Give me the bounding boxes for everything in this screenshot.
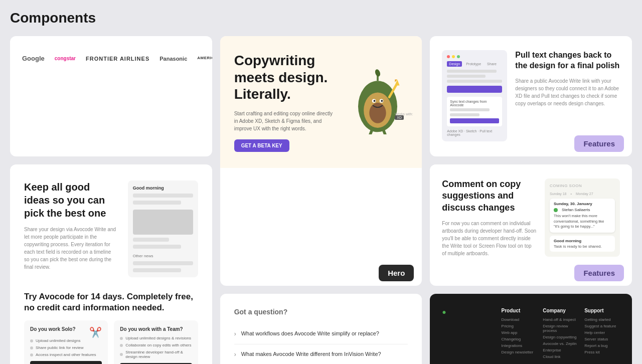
team-feature-2: Collaborate on copy edits with others bbox=[120, 343, 192, 347]
svg-point-2 bbox=[370, 103, 386, 123]
footer-card: ● Product Download Pricing Web app Chang… bbox=[430, 294, 632, 364]
chat-message: This won't make this more conversational… bbox=[554, 214, 611, 230]
faq-item-2[interactable]: › What makes Avocode Write different fro… bbox=[234, 344, 408, 364]
google-logo: Google bbox=[22, 55, 45, 62]
congstar-logo: congstar bbox=[55, 56, 76, 61]
features-tr-mockup: Design Prototype Share Sync text changes… bbox=[442, 50, 507, 141]
footer-link-newsletter[interactable]: Design newsletter bbox=[502, 350, 537, 354]
coming-soon-label: COMING SOON bbox=[550, 184, 615, 188]
svg-line-10 bbox=[370, 130, 372, 134]
works-with-label: Works with: XD bbox=[395, 112, 413, 119]
features-tr-card: Design Prototype Share Sync text changes… bbox=[430, 36, 632, 156]
footer-company-title: Company bbox=[543, 308, 578, 313]
footer-link-bug[interactable]: Report a bug bbox=[584, 343, 620, 348]
team-plan-title: Do you work with a Team? bbox=[120, 326, 192, 332]
footer-link-cloudlink[interactable]: Cloud link bbox=[543, 354, 578, 359]
team-feature-1: Upload unlimited designs & revisions bbox=[120, 336, 192, 340]
footer-link-integrations[interactable]: Integrations bbox=[502, 343, 537, 348]
footer-link-pricing[interactable]: Pricing bbox=[502, 324, 537, 328]
footer-link-press[interactable]: Press kit bbox=[584, 350, 620, 354]
team-plan: Do you work with a Team? Upload unlimite… bbox=[114, 320, 198, 364]
faq-item-1[interactable]: › What workflows does Avocode Write simp… bbox=[234, 324, 408, 344]
footer-link-server[interactable]: Server status bbox=[584, 337, 620, 341]
features-tr-heading: Pull text changes back to the design for… bbox=[515, 50, 620, 71]
footer-link-copywriting[interactable]: Design copywriting bbox=[543, 335, 578, 339]
footer-link-handoff[interactable]: Hand-off & inspect bbox=[543, 317, 578, 322]
chat-from: Stefan Sallaerts bbox=[562, 208, 590, 212]
solo-plan-button[interactable]: TRY SOLO PLAN bbox=[30, 361, 102, 364]
hero-card: Copywriting meets design. Literally. Sta… bbox=[220, 36, 422, 286]
features-tl-body: Share your design via Avocode Write and … bbox=[24, 226, 118, 271]
features-tl-card: Keep all good ideas so you can pick the … bbox=[10, 164, 212, 364]
solo-feature-3: Access inspect and other features bbox=[30, 352, 102, 357]
features-mr-mockup: COMING SOON Sunday 18•Monday 27 Sunday, … bbox=[545, 178, 620, 257]
solo-plan-title: Do you work Solo? bbox=[30, 326, 76, 332]
american-eagle-logo: AMERICAN EAGLE bbox=[197, 56, 212, 61]
hero-heading: Copywriting meets design. Literally. bbox=[234, 52, 338, 103]
hero-cta-button[interactable]: GET A BETA KEY bbox=[234, 139, 289, 152]
features-mr-heading: Comment on copy suggestions and discuss … bbox=[442, 178, 537, 214]
footer-link-helpcenter[interactable]: Help center bbox=[584, 330, 620, 335]
footer-link-suggest[interactable]: Suggest a feature bbox=[584, 324, 620, 328]
solo-plan: Do you work Solo? ✂️ Upload unlimited de… bbox=[24, 320, 108, 364]
footer-product-title: Product bbox=[502, 308, 537, 313]
panasonic-logo: Panasonic bbox=[159, 56, 187, 62]
footer-link-changelog[interactable]: Changelog bbox=[502, 337, 537, 341]
page-title: Components bbox=[10, 10, 632, 26]
pricing-heading: Try Avocode for 14 days. Completely free… bbox=[24, 291, 198, 313]
features-mr-card: Comment on copy suggestions and discuss … bbox=[430, 164, 632, 286]
svg-point-13 bbox=[374, 69, 381, 77]
features-tl-heading: Keep all good ideas so you can pick the … bbox=[24, 180, 118, 220]
faq-question-1: What workflows does Avocode Write simpli… bbox=[241, 330, 379, 337]
footer-col-support: Support Getting started Suggest a featur… bbox=[584, 308, 620, 361]
footer-link-enterprise[interactable]: Enterprise bbox=[543, 348, 578, 352]
team-feature-3: Streamline developer hand-off & design r… bbox=[120, 350, 192, 359]
features-mr-body: For now you can comment on individual ar… bbox=[442, 220, 537, 257]
features-mr-badge[interactable]: Features bbox=[574, 265, 624, 281]
footer-link-webapp[interactable]: Web app bbox=[502, 330, 537, 335]
avocado-illustration: Works with: XD bbox=[348, 69, 408, 134]
footer-link-download[interactable]: Download bbox=[502, 317, 537, 322]
footer-col-product: Product Download Pricing Web app Changel… bbox=[502, 308, 537, 361]
faq-heading: Got a question? bbox=[234, 308, 408, 316]
footer-col-company: Company Hand-off & inspect Design review… bbox=[543, 308, 578, 361]
faq-card: Got a question? › What workflows does Av… bbox=[220, 294, 422, 364]
hero-body: Start crafting and editing copy online d… bbox=[234, 110, 338, 132]
frontier-logo: FRONTIER AIRLINES bbox=[86, 56, 149, 62]
footer-col-brand: ● bbox=[442, 308, 495, 361]
footer-logo: ● bbox=[442, 308, 495, 316]
svg-point-6 bbox=[381, 100, 383, 102]
notification-bubble: Good morning Task is ready to be shared. bbox=[550, 236, 615, 252]
footer-support-title: Support bbox=[584, 308, 620, 313]
solo-feature-1: Upload unlimited designs bbox=[30, 338, 102, 343]
faq-arrow-icon-2: › bbox=[234, 351, 236, 358]
features-tr-badge[interactable]: Features bbox=[574, 135, 624, 152]
logos-top-card: Google congstar FRONTIER AIRLINES Panaso… bbox=[10, 36, 212, 156]
footer-link-getting-started[interactable]: Getting started bbox=[584, 317, 620, 322]
footer-link-review[interactable]: Design review process bbox=[543, 324, 578, 333]
svg-line-11 bbox=[383, 130, 385, 134]
svg-point-5 bbox=[374, 100, 376, 102]
chat-date: Sunday, 30. January bbox=[554, 202, 611, 206]
solo-feature-2: Share public link for review bbox=[30, 345, 102, 350]
faq-question-2: What makes Avocode Write different from … bbox=[241, 350, 381, 358]
hero-badge[interactable]: Hero bbox=[379, 265, 414, 281]
features-tl-mockup: Good morning Other news bbox=[128, 180, 198, 277]
footer-link-zeplin[interactable]: Avocode vs. Zeplin bbox=[543, 341, 578, 346]
features-tr-body: Share a public Avocode Write link with y… bbox=[515, 77, 620, 107]
faq-arrow-icon-1: › bbox=[234, 330, 236, 337]
